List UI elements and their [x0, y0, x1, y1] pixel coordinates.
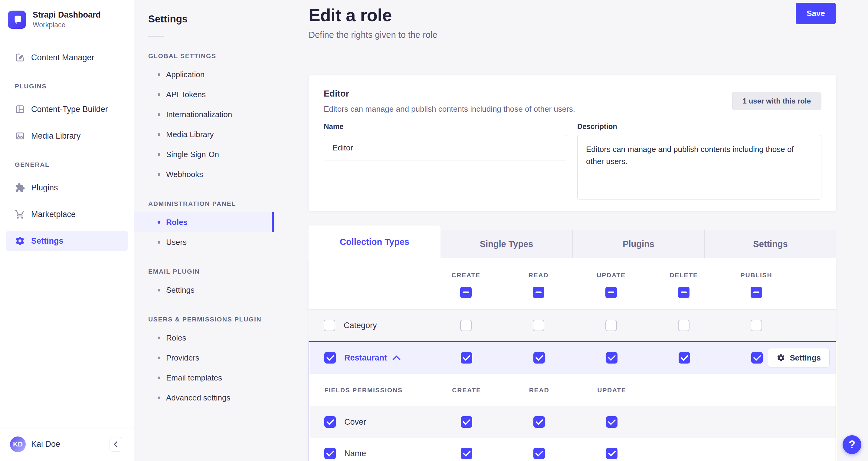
- subnav-item-roles-up[interactable]: Roles: [134, 328, 274, 348]
- name-update-checkbox[interactable]: [606, 448, 618, 459]
- select-all-publish-checkbox[interactable]: [751, 287, 762, 298]
- sidebar-item-media-library[interactable]: Media Library: [0, 123, 134, 149]
- category-update-checkbox[interactable]: [606, 320, 617, 331]
- subnav-item-internationalization[interactable]: Internationalization: [134, 105, 274, 124]
- subnav-item-providers[interactable]: Providers: [134, 348, 274, 368]
- main-sidebar: Strapi Dashboard Workplace Content Manag…: [0, 0, 134, 461]
- cover-create-checkbox[interactable]: [461, 416, 472, 428]
- subnav-item-label: Users: [166, 238, 187, 247]
- table-row-restaurant: Restaurant Settings: [309, 342, 836, 374]
- bullet-icon: [158, 113, 160, 116]
- name-read-checkbox[interactable]: [533, 448, 545, 459]
- brand-text: Strapi Dashboard Workplace: [33, 10, 101, 29]
- restaurant-row-toggle[interactable]: Restaurant: [309, 352, 430, 364]
- sidebar-item-label: Plugins: [31, 183, 58, 193]
- sidebar-item-label: Media Library: [31, 132, 81, 141]
- fields-permissions-label: FIELDS PERMISSIONS: [309, 386, 430, 394]
- select-all-create-checkbox[interactable]: [460, 287, 472, 298]
- restaurant-publish-checkbox[interactable]: [751, 352, 763, 364]
- subnav-item-single-sign-on[interactable]: Single Sign-On: [134, 144, 274, 164]
- users-with-role-badge[interactable]: 1 user with this role: [732, 92, 822, 110]
- question-mark-icon: ?: [849, 438, 855, 451]
- help-button[interactable]: ?: [843, 435, 861, 454]
- restaurant-create-checkbox[interactable]: [461, 352, 472, 364]
- table-row-category: Category: [309, 310, 836, 341]
- main-content: Edit a role Define the rights given to t…: [274, 0, 868, 461]
- chevron-up-icon[interactable]: [393, 355, 401, 364]
- subnav-item-advanced-settings[interactable]: Advanced settings: [134, 388, 274, 408]
- subnav-item-label: Settings: [166, 285, 194, 295]
- cover-row-toggle[interactable]: Cover: [309, 416, 430, 428]
- category-create-checkbox[interactable]: [460, 320, 472, 331]
- fields-column-read: READ: [529, 386, 550, 394]
- subnav-item-label: Webhooks: [166, 170, 203, 179]
- restaurant-read-checkbox[interactable]: [533, 352, 545, 364]
- sidebar-item-plugins[interactable]: Plugins: [0, 174, 134, 201]
- role-description-text: Editors can manage and publish contents …: [324, 105, 575, 114]
- subnav-item-api-tokens[interactable]: API Tokens: [134, 84, 274, 105]
- subnav-item-label: Providers: [166, 353, 199, 363]
- restaurant-row-checkbox[interactable]: [324, 352, 336, 364]
- restaurant-delete-checkbox[interactable]: [679, 352, 690, 364]
- save-button[interactable]: Save: [796, 3, 836, 24]
- header-spacer: [309, 258, 430, 309]
- tab-plugins[interactable]: Plugins: [572, 230, 704, 258]
- cover-row-checkbox[interactable]: [324, 416, 336, 428]
- subnav-item-application[interactable]: Application: [134, 64, 274, 84]
- subnav-section-users-permissions-plugin: USERS & PERMISSIONS PLUGIN: [148, 316, 274, 323]
- bullet-icon: [158, 153, 160, 156]
- bullet-icon: [158, 93, 160, 96]
- restaurant-expanded-group: Restaurant Settings: [309, 341, 836, 461]
- brand-title: Strapi Dashboard: [33, 10, 101, 20]
- role-name-heading: Editor: [324, 89, 349, 99]
- workspace-switcher[interactable]: Strapi Dashboard Workplace: [0, 0, 134, 39]
- column-header-read: READ: [529, 271, 549, 279]
- role-form: Name Description Editors can manage and …: [324, 122, 822, 201]
- name-create-checkbox[interactable]: [461, 448, 472, 459]
- fields-permissions-header: FIELDS PERMISSIONS CREATE READ UPDATE: [309, 374, 836, 406]
- tab-single-types[interactable]: Single Types: [440, 230, 572, 258]
- subnav-item-label: Application: [166, 70, 205, 79]
- sidebar-item-content-type-builder[interactable]: Content-Type Builder: [0, 96, 134, 123]
- tab-collection-types[interactable]: Collection Types: [309, 226, 440, 258]
- name-row-toggle[interactable]: Name: [309, 448, 430, 459]
- column-header-publish: PUBLISH: [741, 271, 772, 279]
- subnav-divider: [148, 36, 164, 37]
- cart-icon: [15, 209, 25, 220]
- collapse-sidebar-button[interactable]: [110, 437, 122, 452]
- restaurant-settings-button[interactable]: Settings: [768, 348, 830, 368]
- strapi-admin-app: Strapi Dashboard Workplace Content Manag…: [0, 0, 868, 461]
- category-read-checkbox[interactable]: [533, 320, 544, 331]
- cover-read-checkbox[interactable]: [533, 416, 545, 428]
- name-row-checkbox[interactable]: [324, 448, 336, 459]
- description-textarea[interactable]: Editors can manage and publish contents …: [577, 135, 822, 199]
- restaurant-update-checkbox[interactable]: [606, 352, 618, 364]
- header-spacer: [793, 258, 836, 309]
- category-row-toggle[interactable]: Category: [309, 320, 430, 331]
- strapi-logo-icon: [8, 10, 26, 29]
- subnav-item-email-templates[interactable]: Email templates: [134, 368, 274, 388]
- subnav-item-media-library[interactable]: Media Library: [134, 124, 274, 144]
- page-subtitle: Define the rights given to the role: [309, 30, 437, 40]
- avatar[interactable]: KD: [10, 436, 26, 452]
- bullet-icon: [158, 73, 160, 76]
- tab-settings[interactable]: Settings: [704, 230, 836, 258]
- subnav-item-users[interactable]: Users: [134, 232, 274, 252]
- subnav-item-email-settings[interactable]: Settings: [134, 280, 274, 300]
- name-input[interactable]: [324, 135, 567, 161]
- select-all-delete-checkbox[interactable]: [678, 287, 689, 298]
- subnav-item-roles-admin[interactable]: Roles: [134, 212, 274, 232]
- sidebar-item-content-manager[interactable]: Content Manager: [0, 44, 134, 71]
- permissions-card: Collection Types Single Types Plugins Se…: [309, 226, 836, 461]
- select-all-read-checkbox[interactable]: [533, 287, 544, 298]
- subnav-item-webhooks[interactable]: Webhooks: [134, 164, 274, 184]
- cover-update-checkbox[interactable]: [606, 416, 618, 428]
- sidebar-section-general: GENERAL: [0, 161, 134, 168]
- select-all-update-checkbox[interactable]: [606, 287, 617, 298]
- media-library-icon: [15, 131, 25, 141]
- sidebar-item-marketplace[interactable]: Marketplace: [0, 201, 134, 228]
- category-delete-checkbox[interactable]: [678, 320, 689, 331]
- sidebar-item-settings[interactable]: Settings: [6, 231, 128, 251]
- category-row-checkbox[interactable]: [324, 320, 335, 331]
- category-publish-checkbox[interactable]: [751, 320, 762, 331]
